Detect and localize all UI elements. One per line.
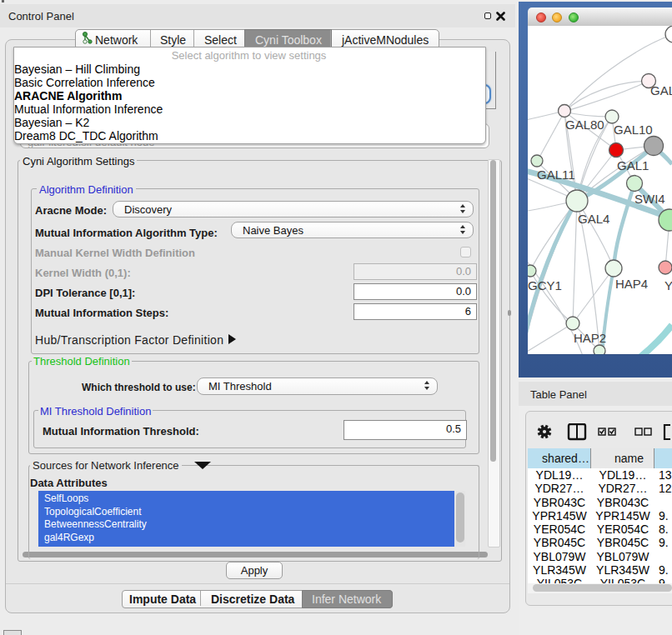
svg-text:GAL10: GAL10 [614,122,653,137]
svg-text:GAL4: GAL4 [578,212,609,226]
svg-text:GAL80: GAL80 [565,118,604,132]
svg-text:GCY1: GCY1 [528,278,562,292]
svg-text:HAP4: HAP4 [615,277,648,291]
svg-text:GAL11: GAL11 [537,168,575,182]
svg-text:GAL: GAL [650,83,672,98]
svg-text:Y: Y [664,278,672,292]
svg-text:SWI4: SWI4 [634,192,665,206]
svg-text:HAP2: HAP2 [574,331,606,345]
svg-text:GAL1: GAL1 [617,158,649,172]
